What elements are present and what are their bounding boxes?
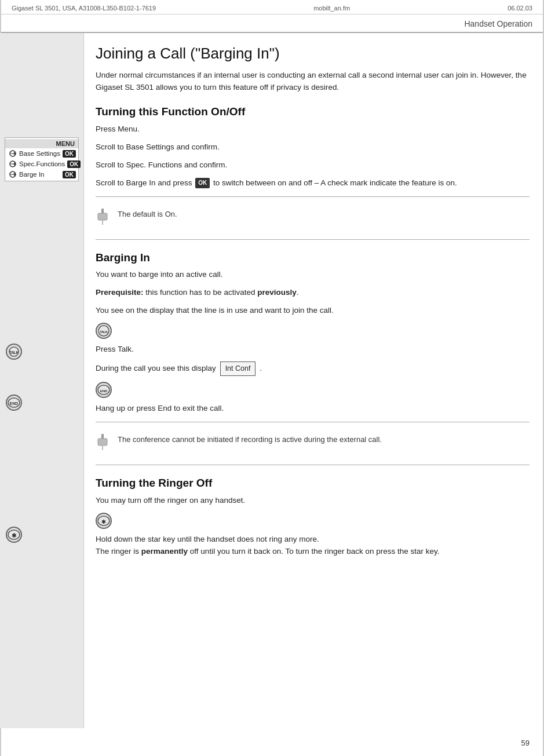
prerequisite-body: this function has to be activated previo… (145, 288, 298, 297)
end-icon-inline: END (96, 382, 112, 398)
ringer-off-intro: You may turn off the ringer on any hands… (96, 495, 530, 507)
page-header: Gigaset SL 3501, USA, A31008-L350-B102-1… (0, 0, 544, 14)
scroll-barge-in-text: Scroll to Barge In and press OK to switc… (96, 177, 530, 189)
ringer-perm-text1: The ringer is (96, 547, 139, 556)
previously-bold: previously (257, 288, 297, 297)
during-call-text: During the call you see this display Int… (96, 361, 530, 376)
spec-functions-label: Spec.Functions (18, 160, 65, 167)
phone-menu-item-barge-in: Barge In OK (5, 169, 78, 180)
hold-down-line1: Hold down the star key until the handset… (96, 535, 319, 543)
svg-text:TALK: TALK (100, 330, 108, 334)
barge-in-ok: OK (63, 171, 76, 178)
note-pin-icon (96, 209, 113, 228)
joining-call-section: Joining a Call ("Barging In") Under norm… (96, 45, 530, 94)
ringer-off-section: Turning the Ringer Off You may turn off … (96, 477, 530, 558)
base-settings-ok: OK (63, 150, 76, 158)
phone-menu-item-spec-functions: Spec.Functions OK (5, 159, 78, 169)
permanently-bold: permanently (141, 547, 188, 556)
press-menu-text: Press Menu. (96, 123, 530, 136)
hold-down-text: Hold down the star key until the handset… (96, 534, 530, 558)
display-line-text: You see on the display that the line is … (96, 305, 530, 317)
ringer-perm-text2: off until you turn it back on. To turn t… (190, 547, 440, 556)
phone-nav-icon-2 (8, 160, 18, 168)
divider-1 (96, 196, 530, 197)
end-row: END (6, 395, 78, 411)
talk-icon-inline: TALK (96, 323, 112, 339)
note-box-default: The default is On. (96, 204, 530, 232)
barging-in-section: Barging In You want to barge into an act… (96, 251, 530, 466)
star-button-icon: ✱ (6, 527, 22, 543)
period-text: . (260, 364, 262, 372)
svg-text:✱: ✱ (12, 532, 17, 539)
talk-button-area: TALK (0, 344, 83, 360)
talk-button-icon: TALK (6, 344, 22, 360)
during-call-label: During the call you see this display (96, 364, 216, 372)
barging-in-title: Barging In (96, 251, 530, 265)
star-icon-inline: ✱ (96, 513, 112, 529)
page-number: 59 (521, 739, 530, 747)
note-default-text: The default is On. (118, 209, 177, 220)
hang-up-text: Hang up or press End to exit the call. (96, 403, 530, 415)
scroll-base-settings-text: Scroll to Base Settings and confirm. (96, 141, 530, 154)
press-talk-row: TALK (96, 323, 530, 339)
phone-menu-bar: MENU (5, 139, 78, 148)
press-talk-text: Press Talk. (96, 344, 530, 356)
svg-text:END: END (100, 389, 108, 393)
svg-rect-16 (98, 213, 107, 220)
barging-in-intro: You want to barge into an active call. (96, 269, 530, 281)
turning-function-title: Turning this Function On/Off (96, 105, 530, 119)
prerequisite-label: Prerequisite: (96, 288, 144, 297)
joining-call-title: Joining a Call ("Barging In") (96, 45, 530, 63)
note-box-conference: The conference cannot be initiated if re… (96, 429, 530, 458)
phone-nav-icon-1 (8, 149, 18, 158)
talk-row: TALK (6, 344, 78, 360)
ringer-off-title: Turning the Ringer Off (96, 477, 530, 490)
spec-functions-ok: OK (67, 160, 81, 168)
header-center: mobilt_an.fm (313, 5, 350, 12)
inline-ok-badge: OK (195, 178, 210, 188)
star-row: ✱ (6, 527, 78, 543)
note-pin-icon-2 (96, 434, 113, 453)
phone-nav-icon-3 (8, 170, 18, 178)
svg-rect-17 (102, 220, 103, 225)
header-left: Gigaset SL 3501, USA, A31008-L350-B102-1… (12, 5, 156, 12)
header-right: 06.02.03 (508, 5, 532, 12)
end-button-icon: END (6, 395, 22, 411)
star-button-area: ✱ (0, 527, 83, 543)
base-settings-label: Base Settings (18, 150, 60, 157)
phone-menu-item-base-settings: Base Settings OK (5, 148, 78, 159)
svg-text:END: END (10, 401, 19, 406)
divider-3 (96, 422, 530, 422)
page-title-bar: Handset Operation (0, 14, 544, 33)
svg-text:TALK: TALK (9, 350, 19, 355)
svg-rect-23 (98, 439, 107, 445)
turning-function-section: Turning this Function On/Off Press Menu.… (96, 105, 530, 239)
divider-4 (96, 465, 530, 465)
note-conference-text: The conference cannot be initiated if re… (118, 434, 382, 445)
int-conf-display: Int Conf (220, 361, 256, 376)
barge-in-label: Barge In (18, 171, 60, 178)
end-button-area: END (0, 395, 83, 411)
page-title: Handset Operation (464, 19, 532, 28)
end-icon-row: END (96, 382, 530, 398)
prerequisite-text: Prerequisite: this function has to be ac… (96, 287, 530, 299)
content-area: Joining a Call ("Barging In") Under norm… (84, 33, 544, 728)
svg-text:✱: ✱ (101, 519, 106, 525)
svg-rect-24 (102, 445, 103, 450)
divider-2 (96, 239, 530, 240)
sidebar: MENU Base Settings OK (0, 33, 84, 728)
phone-display: MENU Base Settings OK (5, 137, 79, 181)
scroll-spec-functions-text: Scroll to Spec. Functions and confirm. (96, 159, 530, 171)
star-key-row: ✱ (96, 513, 530, 529)
joining-call-body: Under normal circumstances if an interna… (96, 70, 530, 94)
main-layout: MENU Base Settings OK (0, 33, 544, 728)
